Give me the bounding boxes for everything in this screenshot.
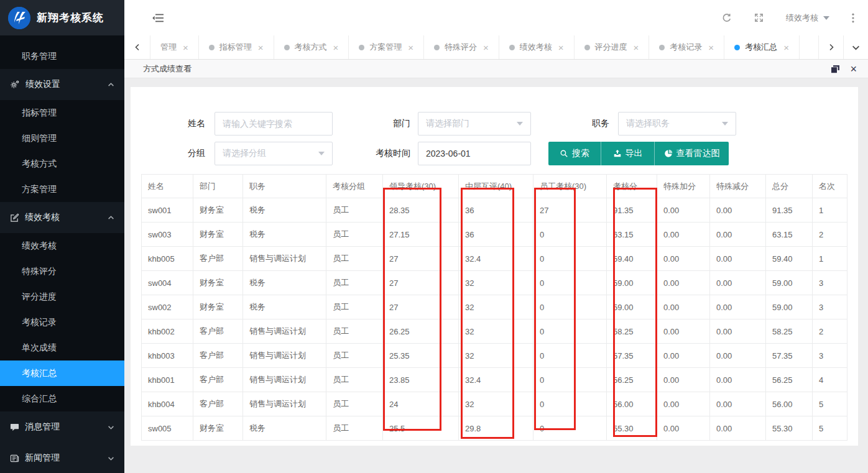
group-select[interactable]: 请选择分组 (215, 142, 333, 165)
chevron-down-icon (517, 122, 523, 126)
table-cell: 28.35 (383, 198, 459, 223)
sidebar-item-assess-record[interactable]: 考核记录 (0, 310, 124, 335)
tab-close-icon[interactable]: × (783, 43, 789, 52)
sidebar-item-perf-settings[interactable]: 绩效设置 (0, 69, 124, 100)
assess-time-input[interactable] (426, 149, 523, 158)
table-cell: 税务 (243, 271, 326, 295)
tabs-scroll-right-button[interactable] (818, 35, 843, 59)
sidebar-item-news-mgmt[interactable]: 新闻管理 (0, 443, 124, 473)
dept-select-placeholder: 请选择部门 (426, 118, 469, 129)
table-cell: 0.00 (710, 344, 766, 368)
tabs-menu-button[interactable] (843, 35, 868, 59)
pie-chart-icon (664, 149, 673, 158)
tab-close-icon[interactable]: × (558, 43, 564, 52)
sidebar-item-overall-summary[interactable]: 综合汇总 (0, 386, 124, 411)
assess-time-input-wrap (418, 142, 531, 165)
tab-score-progress[interactable]: 评分进度× (575, 35, 650, 59)
tab-close-icon[interactable]: × (183, 43, 188, 52)
export-button[interactable]: 导出 (601, 142, 654, 165)
table-row: sw003财务室税务员工27.1536063.150.000.0063.152 (142, 223, 847, 247)
table-cell: 36 (459, 223, 533, 247)
sidebar-item-message-mgmt[interactable]: 消息管理 (0, 411, 124, 443)
fullscreen-icon[interactable] (754, 13, 764, 22)
panel-title: 方式成绩查看 (143, 63, 192, 75)
tab-assess-summary[interactable]: 考核汇总× (724, 35, 800, 59)
table-cell: 4 (813, 368, 847, 392)
table-cell: 1 (813, 198, 847, 223)
name-input[interactable] (223, 119, 325, 129)
sidebar-item-label: 评分进度 (22, 292, 57, 303)
tab-close-icon[interactable]: × (708, 43, 714, 52)
column-header: 考核分 (607, 175, 657, 198)
panel-close-icon[interactable]: × (850, 63, 857, 75)
table-cell: 2 (813, 223, 847, 247)
sidebar-item-position-mgmt[interactable]: 职务管理 (0, 44, 124, 69)
tab-label: 绩效考核 (520, 42, 552, 53)
sidebar-item-rule-mgmt[interactable]: 细则管理 (0, 126, 124, 151)
tab-assess-method[interactable]: 考核方式× (274, 35, 349, 59)
tabs-scroll-left-button[interactable] (124, 35, 150, 59)
top-header: 绩效考核 (124, 0, 868, 35)
sidebar-item-special-score[interactable]: 特殊评分 (0, 259, 124, 284)
tab-active-dot-icon (734, 45, 740, 50)
logo-bar: 新翔考核系统 (0, 0, 124, 35)
table-cell: 客户部 (193, 368, 243, 392)
table-cell: 财务室 (193, 223, 243, 247)
table-cell: sw002 (142, 295, 193, 319)
chat-icon (10, 423, 19, 432)
tab-close-icon[interactable]: × (333, 43, 339, 52)
tab-close-icon[interactable]: × (258, 43, 264, 52)
table-cell: khb004 (142, 392, 193, 416)
table-cell: 57.35 (766, 344, 813, 368)
group-select-placeholder: 请选择分组 (223, 148, 266, 159)
sidebar-item-score-progress[interactable]: 评分进度 (0, 284, 124, 310)
tab-rule-mgmt-partial[interactable]: 管理× (150, 35, 199, 59)
tab-perf-assess[interactable]: 绩效考核× (499, 35, 575, 59)
view-radar-button[interactable]: 查看雷达图 (654, 142, 729, 165)
table-cell: 财务室 (193, 416, 243, 441)
group-label: 分组 (131, 148, 205, 159)
table-cell: 税务 (243, 198, 326, 223)
tab-plan-mgmt[interactable]: 方案管理× (349, 35, 424, 59)
table-cell: 36 (459, 198, 533, 223)
tab-close-icon[interactable]: × (408, 43, 413, 52)
tab-label: 方案管理 (369, 42, 402, 53)
tab-assess-record[interactable]: 考核记录× (649, 35, 724, 59)
workspace-dropdown[interactable]: 绩效考核 (786, 12, 829, 24)
menu-fold-icon[interactable] (152, 14, 164, 22)
sidebar-item-indicator-mgmt[interactable]: 指标管理 (0, 100, 124, 126)
tab-close-icon[interactable]: × (634, 43, 639, 52)
sidebar-item-plan-mgmt[interactable]: 方案管理 (0, 177, 124, 202)
table-cell: 客户部 (193, 247, 243, 271)
table-cell: 59.00 (607, 271, 657, 295)
table-cell: 27 (383, 271, 459, 295)
chevron-up-icon (108, 81, 114, 88)
table-cell: 56.25 (607, 368, 657, 392)
edit-icon (10, 213, 19, 223)
tab-close-icon[interactable]: × (483, 43, 489, 52)
tab-special-score[interactable]: 特殊评分× (424, 35, 499, 59)
panel-restore-icon[interactable] (831, 65, 839, 73)
sidebar-item-label: 单次成绩 (22, 342, 57, 354)
sidebar-item-assess-summary[interactable]: 考核汇总 (0, 360, 124, 386)
view-radar-button-label: 查看雷达图 (676, 148, 720, 159)
column-header: 姓名 (142, 175, 193, 198)
search-button[interactable]: 搜索 (548, 142, 601, 165)
sidebar-item-perf-assess[interactable]: 绩效考核 (0, 202, 124, 233)
table-cell: 税务 (243, 223, 326, 247)
table-row: khb004客户部销售与调运计划员工2432056.000.000.0056.0… (142, 392, 847, 416)
duty-select[interactable]: 请选择职务 (618, 112, 736, 135)
gears-icon (10, 80, 20, 90)
table-cell: 27.15 (383, 223, 459, 247)
tab-indicator-mgmt[interactable]: 指标管理× (199, 35, 274, 59)
refresh-icon[interactable] (722, 13, 732, 23)
sidebar-item-single-score[interactable]: 单次成绩 (0, 335, 124, 360)
kebab-menu-icon[interactable] (852, 13, 854, 23)
table-cell: 销售与调运计划 (243, 344, 326, 368)
dept-select[interactable]: 请选择部门 (418, 112, 531, 135)
search-icon (560, 149, 568, 158)
table-cell: 32.4 (459, 247, 533, 271)
sidebar-item-label: 考核方式 (22, 158, 57, 170)
sidebar-item-perf-assess-item[interactable]: 绩效考核 (0, 233, 124, 259)
sidebar-item-assess-method[interactable]: 考核方式 (0, 151, 124, 177)
